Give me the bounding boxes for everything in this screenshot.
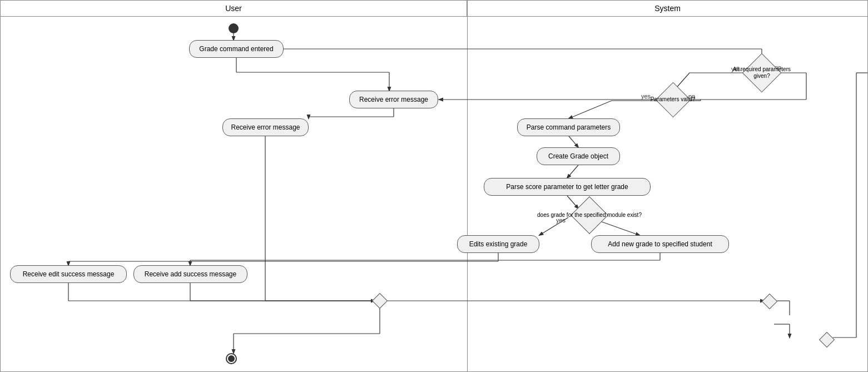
params-valid-label: Parameters valid?: [645, 96, 701, 103]
left-border: [0, 17, 1, 372]
grade-command-label: Grade command entered: [199, 45, 273, 53]
params-valid-diamond: Parameters valid?: [642, 88, 703, 111]
receive-edit-success: Receive edit success message: [10, 265, 127, 283]
diagram-container: User System: [0, 0, 868, 372]
grade-command-node: Grade command entered: [189, 40, 284, 58]
receive-error-top: Receive error message: [349, 91, 438, 108]
merge-diamond-2: [762, 294, 777, 309]
swimlane-system: System: [467, 0, 868, 17]
all-params-label: All required parameters given?: [731, 66, 792, 80]
end-node: [226, 353, 237, 364]
swimlane-divider: [467, 17, 468, 372]
parse-command-label: Parse command parameters: [527, 123, 611, 131]
swimlane-user: User: [0, 0, 467, 17]
merge-diamond-1: [372, 293, 388, 309]
grade-exist-label: does grade for the specified module exis…: [531, 212, 648, 219]
create-grade-node: Create Grade object: [537, 147, 620, 165]
start-node: [229, 23, 239, 33]
svg-line-19: [569, 136, 578, 147]
merge-diamond-3: [819, 332, 835, 348]
svg-line-16: [569, 101, 612, 118]
add-new-grade: Add new grade to specified student: [591, 235, 729, 253]
svg-line-20: [567, 165, 578, 178]
all-params-diamond: All required parameters given?: [728, 60, 795, 85]
receive-add-success: Receive add success message: [133, 265, 247, 283]
arrows-svg: yes no yes no yes no: [0, 0, 868, 372]
receive-error-second: Receive error message: [222, 118, 309, 136]
parse-score-node: Parse score parameter to get letter grad…: [484, 178, 651, 196]
grade-exist-diamond: does grade for the specified module exis…: [528, 201, 651, 229]
edits-existing-grade: Edits existing grade: [457, 235, 539, 253]
parse-command-node: Parse command parameters: [517, 118, 620, 136]
